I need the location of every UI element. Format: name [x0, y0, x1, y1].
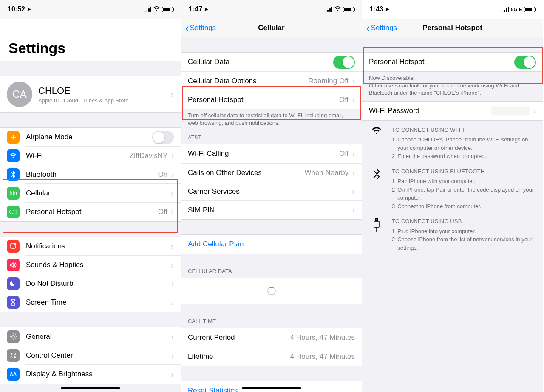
svg-rect-8: [376, 219, 377, 220]
page-title: Settings: [0, 19, 181, 61]
dnd-row[interactable]: Do Not Disturb ›: [0, 274, 181, 293]
chevron-right-icon: ›: [171, 189, 174, 198]
airplane-mode-row[interactable]: ✈ Airplane Mode: [0, 128, 181, 147]
att-header: AT&T: [181, 131, 362, 144]
profile-sub: Apple ID, iCloud, iTunes & App Store: [38, 97, 171, 104]
chevron-right-icon: ›: [352, 149, 355, 159]
connect-bluetooth-instructions: TO CONNECT USING BLUETOOTH 1Pair iPhone …: [362, 162, 543, 212]
avatar: CA: [7, 82, 32, 107]
hourglass-icon: [7, 296, 20, 309]
password-value: [491, 107, 530, 115]
spinner-icon: [267, 287, 276, 295]
call-time-header: CALL TIME: [181, 315, 362, 328]
svg-point-3: [11, 353, 12, 355]
svg-rect-9: [377, 219, 378, 220]
add-cellular-plan-row[interactable]: Add Cellular Plan: [181, 235, 362, 254]
control-center-row[interactable]: Control Center ›: [0, 346, 181, 365]
chevron-right-icon: ›: [352, 205, 355, 215]
nav-title: Cellular: [181, 24, 362, 32]
chevron-right-icon: ›: [171, 90, 174, 99]
svg-point-5: [11, 356, 12, 358]
cellular-data-toggle[interactable]: [333, 56, 355, 69]
cellular-data-options-row[interactable]: Cellular Data Options Roaming Off ›: [181, 71, 362, 90]
svg-point-6: [14, 356, 16, 358]
location-icon: ➤: [204, 6, 208, 12]
chevron-right-icon: ›: [171, 207, 174, 217]
personal-hotspot-toggle[interactable]: [514, 56, 536, 69]
loading-row: [181, 278, 362, 304]
airplane-icon: ✈: [7, 131, 20, 144]
connect-usb-instructions: TO CONNECT USING USB 1Plug iPhone into y…: [362, 212, 543, 254]
status-time: 10:52➤: [8, 6, 31, 13]
personal-hotspot-toggle-row[interactable]: Personal Hotspot: [362, 53, 543, 71]
location-icon: ➤: [27, 6, 31, 12]
current-period-row: Current Period 4 Hours, 47 Minutes: [181, 328, 362, 347]
gear-icon: [7, 330, 20, 343]
cellular-data-row[interactable]: Cellular Data: [181, 53, 362, 71]
connect-wifi-instructions: TO CONNECT USING WI-FI 1Choose "CHLOE's …: [362, 121, 543, 162]
status-bar: 1:47➤: [181, 0, 362, 19]
bluetooth-icon: [7, 168, 20, 181]
wifi-calling-row[interactable]: Wi-Fi Calling Off ›: [181, 144, 362, 163]
cellular-icon: [7, 187, 20, 200]
display-row[interactable]: AA Display & Brightness ›: [0, 365, 181, 384]
control-center-icon: [7, 349, 20, 362]
location-icon: ➤: [385, 6, 389, 12]
wifi-password-row[interactable]: Wi-Fi Password ›: [362, 102, 543, 120]
wifi-icon: [369, 126, 384, 161]
lifetime-row: Lifetime 4 Hours, 47 Minutes: [181, 347, 362, 366]
status-time: 1:43: [370, 6, 383, 13]
reset-statistics-row[interactable]: Reset Statistics: [181, 381, 362, 392]
sounds-row[interactable]: Sounds & Haptics ›: [0, 256, 181, 274]
svg-point-1: [14, 243, 16, 245]
nav-title: Personal Hotspot: [362, 24, 543, 32]
screentime-row[interactable]: Screen Time ›: [0, 293, 181, 312]
moon-icon: [7, 277, 20, 290]
chevron-right-icon: ›: [171, 170, 174, 180]
personal-hotspot-row[interactable]: Personal Hotspot Off ›: [0, 203, 181, 221]
chevron-right-icon: ›: [533, 106, 536, 116]
battery-icon: [343, 7, 354, 12]
wifi-settings-icon: [7, 149, 20, 162]
nav-bar: ‹Settings Personal Hotspot: [362, 19, 543, 37]
wifi-row[interactable]: Wi-Fi ZiffDavisNY ›: [0, 147, 181, 165]
svg-rect-7: [375, 218, 378, 221]
chevron-right-icon: ›: [352, 95, 355, 104]
chevron-right-icon: ›: [171, 351, 174, 361]
svg-point-2: [12, 336, 14, 338]
svg-rect-10: [374, 221, 379, 227]
personal-hotspot-row[interactable]: Personal Hotspot Off ›: [181, 90, 362, 109]
hotspot-icon: [7, 206, 20, 218]
chevron-right-icon: ›: [352, 186, 355, 196]
discoverable-text: Now Discoverable. Other users can look f…: [362, 72, 543, 101]
chevron-right-icon: ›: [352, 76, 355, 86]
chevron-right-icon: ›: [171, 260, 174, 270]
chevron-right-icon: ›: [171, 279, 174, 289]
cellular-signal-icon: [326, 7, 333, 12]
apple-id-row[interactable]: CA CHLOE Apple ID, iCloud, iTunes & App …: [0, 76, 181, 112]
home-indicator: [242, 387, 301, 389]
bluetooth-row[interactable]: Bluetooth On ›: [0, 165, 181, 184]
chevron-right-icon: ›: [171, 298, 174, 307]
settings-root-screen: 10:52➤ Settings CA CHLOE Apple ID, iClou…: [0, 0, 181, 392]
general-row[interactable]: General ›: [0, 327, 181, 346]
chevron-right-icon: ›: [171, 332, 174, 342]
notifications-row[interactable]: Notifications ›: [0, 237, 181, 256]
bluetooth-icon: [369, 167, 384, 211]
cellular-row[interactable]: Cellular ›: [0, 184, 181, 203]
battery-icon: [162, 7, 173, 12]
airplane-toggle[interactable]: [152, 131, 174, 144]
carrier-services-row[interactable]: Carrier Services ›: [181, 182, 362, 200]
sounds-icon: [7, 259, 20, 271]
sim-pin-row[interactable]: SIM PIN ›: [181, 200, 362, 219]
chevron-right-icon: ›: [171, 151, 174, 161]
cellular-signal-icon: [144, 7, 152, 12]
personal-hotspot-screen: 1:43➤ 5G E ‹Settings Personal Hotspot Pe…: [362, 0, 543, 392]
nav-bar: ‹Settings Cellular: [181, 19, 362, 37]
cellular-data-header: CELLULAR DATA: [181, 265, 362, 278]
network-type: 5G E: [511, 7, 522, 12]
battery-icon: [524, 7, 535, 12]
calls-other-devices-row[interactable]: Calls on Other Devices When Nearby ›: [181, 163, 362, 182]
usb-icon: [369, 217, 384, 252]
cellular-screen: 1:47➤ ‹Settings Cellular Cellular Data C…: [181, 0, 362, 392]
